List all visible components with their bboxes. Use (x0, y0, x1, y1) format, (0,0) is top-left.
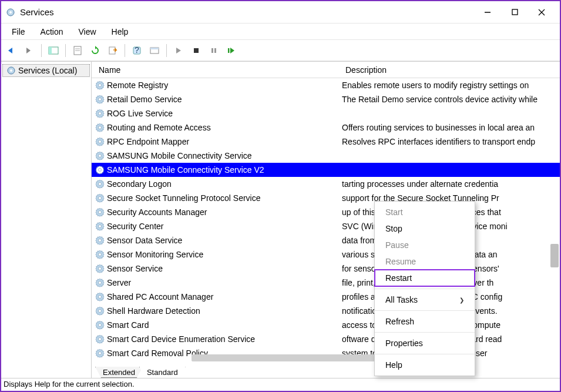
toolbar: ? (1, 40, 560, 61)
export-list-button[interactable] (105, 42, 121, 59)
main-content: Services (Local) Name Description Remote… (1, 61, 560, 378)
service-row[interactable]: Shell Hardware Detectionnotifications fo… (92, 304, 560, 318)
ctx-refresh[interactable]: Refresh (375, 313, 475, 330)
start-service-button[interactable] (170, 42, 187, 59)
gear-icon (95, 292, 105, 301)
ctx-all-tasks[interactable]: All Tasks ❯ (375, 292, 475, 308)
menu-view[interactable]: View (71, 25, 103, 39)
service-name: Smart Card Device Enumeration Service (107, 334, 255, 344)
service-row[interactable]: Shared PC Account Managerprofiles and ac… (92, 290, 560, 304)
show-hide-tree-button[interactable] (45, 42, 62, 59)
svg-point-36 (99, 282, 102, 284)
gear-icon (95, 306, 105, 316)
svg-point-40 (99, 338, 102, 341)
tab-standard[interactable]: Standard (139, 367, 186, 378)
service-row[interactable]: Routing and Remote AccessOffers routing … (92, 120, 560, 135)
service-row[interactable]: Secure Socket Tunneling Protocol Service… (92, 191, 560, 205)
service-row[interactable]: RPC Endpoint MapperResolves RPC interfac… (92, 135, 560, 149)
service-name: Routing and Remote Access (107, 123, 211, 132)
properties-button[interactable] (69, 42, 86, 59)
maximize-button[interactable] (501, 3, 528, 22)
svg-rect-18 (214, 48, 216, 53)
gear-icon (95, 179, 105, 189)
svg-point-27 (99, 155, 102, 158)
gear-icon (95, 81, 105, 90)
forward-button[interactable] (21, 42, 38, 59)
ctx-pause: Pause (375, 237, 475, 253)
service-description: Enables remote users to modify registry … (342, 81, 560, 90)
service-row[interactable]: Serverfile, print, and named-pipe sharin… (92, 276, 560, 290)
service-list[interactable]: Name Description Remote RegistryEnables … (92, 62, 560, 363)
toolbar-separator (65, 44, 66, 57)
service-row[interactable]: Smart Cardaccess to smart cards read by … (92, 318, 560, 332)
svg-point-34 (99, 253, 102, 256)
service-name: Smart Card (107, 320, 149, 330)
menu-file[interactable]: File (5, 25, 32, 39)
svg-point-35 (99, 267, 102, 270)
service-name: Security Center (107, 222, 163, 231)
service-row[interactable]: Sensor Monitoring Servicevarious sensors… (92, 247, 560, 262)
services-icon (6, 66, 16, 75)
service-row[interactable]: ROG Live Service (92, 106, 560, 120)
ctx-all-tasks-label: All Tasks (385, 295, 418, 304)
service-row[interactable]: Security CenterSVC (Windows Security Cen… (92, 219, 560, 233)
column-headers: Name Description (92, 62, 560, 78)
svg-text:?: ? (135, 46, 139, 55)
svg-point-38 (99, 310, 102, 313)
window-title: Services (20, 7, 474, 17)
toolbar-separator (41, 44, 42, 57)
service-description: Resolves RPC interfaces identifiers to t… (342, 137, 560, 146)
gear-icon (95, 349, 105, 358)
service-row[interactable]: Retail Demo ServiceThe Retail Demo servi… (92, 92, 560, 106)
svg-point-31 (99, 211, 102, 214)
app-icon (6, 8, 15, 17)
service-row[interactable]: Sensor Data Servicedata from a variety o… (92, 233, 560, 247)
console-button[interactable] (146, 42, 163, 59)
service-row[interactable]: Smart Card Device Enumeration Serviceoft… (92, 332, 560, 346)
ctx-help[interactable]: Help (375, 357, 475, 373)
help-button[interactable]: ? (129, 42, 145, 59)
service-row[interactable]: Security Accounts Managerup of this serv… (92, 205, 560, 219)
stop-service-button[interactable] (188, 42, 204, 59)
tree-root-item[interactable]: Services (Local) (2, 64, 90, 77)
svg-point-29 (99, 183, 102, 186)
service-row[interactable]: SAMSUNG Mobile Connectivity Service V2 (92, 163, 560, 177)
menu-action[interactable]: Action (33, 25, 70, 39)
service-row[interactable]: Secondary Logontarting processes under a… (92, 177, 560, 191)
ctx-resume: Resume (375, 253, 475, 270)
service-row[interactable]: Remote RegistryEnables remote users to m… (92, 78, 560, 92)
service-row[interactable]: SAMSUNG Mobile Connectivity Service (92, 149, 560, 163)
gear-icon (95, 236, 105, 245)
svg-rect-16 (194, 48, 199, 53)
column-description[interactable]: Description (342, 63, 560, 77)
service-name: Shared PC Account Manager (107, 292, 213, 301)
ctx-stop[interactable]: Stop (375, 220, 475, 237)
ctx-properties[interactable]: Properties (375, 335, 475, 351)
back-button[interactable] (4, 42, 20, 59)
service-name: Shell Hardware Detection (107, 306, 200, 316)
svg-point-25 (99, 126, 102, 129)
service-row[interactable]: Sensor Servicefor sensors that manages d… (92, 262, 560, 276)
menu-help[interactable]: Help (105, 25, 136, 39)
svg-point-24 (99, 112, 102, 115)
service-description: Offers routing services to businesses in… (342, 123, 560, 132)
minimize-button[interactable] (474, 3, 501, 22)
tree-panel: Services (Local) (1, 62, 92, 378)
vertical-scrollbar-thumb[interactable] (550, 244, 559, 267)
service-name: Server (107, 278, 131, 287)
column-name[interactable]: Name (95, 63, 342, 77)
svg-point-23 (99, 98, 102, 101)
svg-point-30 (99, 197, 102, 200)
close-button[interactable] (528, 3, 555, 22)
gear-icon (95, 165, 105, 175)
pause-service-button[interactable] (206, 42, 222, 59)
ctx-separator (375, 332, 475, 333)
refresh-button[interactable] (87, 42, 103, 59)
restart-service-button[interactable] (223, 42, 240, 59)
service-name: SAMSUNG Mobile Connectivity Service (107, 151, 252, 160)
service-name: Sensor Data Service (107, 236, 182, 245)
ctx-restart[interactable]: Restart (375, 270, 475, 286)
tab-extended[interactable]: Extended (95, 367, 143, 378)
svg-point-33 (99, 239, 102, 242)
detail-panel: Name Description Remote RegistryEnables … (92, 62, 560, 378)
